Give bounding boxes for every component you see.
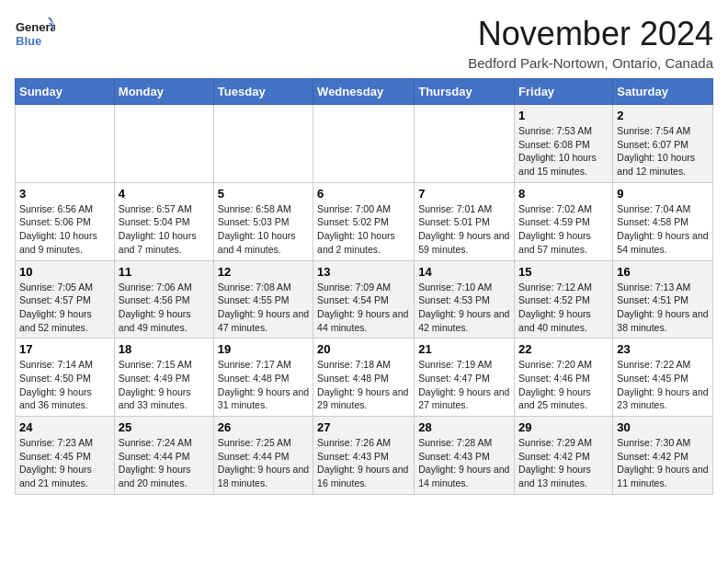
calendar-cell: [213, 105, 313, 183]
location-subtitle: Bedford Park-Nortown, Ontario, Canada: [468, 55, 713, 71]
day-number: 15: [518, 265, 609, 279]
calendar-cell: 20Sunrise: 7:18 AM Sunset: 4:48 PM Dayli…: [313, 339, 415, 417]
day-info: Sunrise: 7:28 AM Sunset: 4:43 PM Dayligh…: [418, 436, 510, 490]
day-info: Sunrise: 7:17 AM Sunset: 4:48 PM Dayligh…: [218, 358, 309, 412]
col-header-saturday: Saturday: [613, 79, 713, 105]
col-header-tuesday: Tuesday: [213, 79, 313, 105]
day-info: Sunrise: 7:54 AM Sunset: 6:07 PM Dayligh…: [617, 124, 709, 178]
day-info: Sunrise: 7:20 AM Sunset: 4:46 PM Dayligh…: [518, 358, 609, 412]
day-number: 23: [617, 342, 709, 356]
header-row: SundayMondayTuesdayWednesdayThursdayFrid…: [16, 79, 713, 105]
day-info: Sunrise: 7:25 AM Sunset: 4:44 PM Dayligh…: [218, 436, 309, 490]
day-info: Sunrise: 6:56 AM Sunset: 5:06 PM Dayligh…: [19, 202, 110, 257]
day-number: 25: [119, 420, 210, 434]
calendar-cell: 25Sunrise: 7:24 AM Sunset: 4:44 PM Dayli…: [114, 417, 213, 495]
day-number: 17: [19, 342, 110, 356]
day-number: 27: [317, 420, 410, 434]
logo: General Blue: [15, 15, 55, 55]
calendar-cell: 14Sunrise: 7:10 AM Sunset: 4:53 PM Dayli…: [415, 260, 515, 339]
week-row-5: 24Sunrise: 7:23 AM Sunset: 4:45 PM Dayli…: [16, 417, 713, 495]
day-info: Sunrise: 7:26 AM Sunset: 4:43 PM Dayligh…: [317, 436, 410, 490]
day-number: 1: [518, 109, 609, 122]
day-info: Sunrise: 7:05 AM Sunset: 4:57 PM Dayligh…: [19, 281, 110, 335]
calendar-cell: 22Sunrise: 7:20 AM Sunset: 4:46 PM Dayli…: [515, 339, 613, 417]
day-number: 19: [218, 342, 309, 356]
day-info: Sunrise: 7:12 AM Sunset: 4:52 PM Dayligh…: [518, 281, 609, 335]
week-row-3: 10Sunrise: 7:05 AM Sunset: 4:57 PM Dayli…: [16, 260, 713, 339]
day-info: Sunrise: 7:13 AM Sunset: 4:51 PM Dayligh…: [617, 281, 709, 335]
day-number: 4: [119, 187, 210, 201]
calendar-cell: 6Sunrise: 7:00 AM Sunset: 5:02 PM Daylig…: [313, 182, 415, 260]
day-number: 14: [418, 265, 510, 279]
header: General Blue November 2024 Bedford Park-…: [15, 15, 713, 71]
calendar-cell: 10Sunrise: 7:05 AM Sunset: 4:57 PM Dayli…: [16, 260, 115, 339]
col-header-wednesday: Wednesday: [313, 79, 415, 105]
calendar-cell: 17Sunrise: 7:14 AM Sunset: 4:50 PM Dayli…: [16, 339, 115, 417]
day-number: 12: [218, 265, 309, 279]
day-number: 21: [418, 342, 510, 356]
calendar-cell: 27Sunrise: 7:26 AM Sunset: 4:43 PM Dayli…: [313, 417, 415, 495]
svg-text:General: General: [16, 20, 55, 34]
calendar-cell: 26Sunrise: 7:25 AM Sunset: 4:44 PM Dayli…: [213, 417, 313, 495]
day-info: Sunrise: 7:02 AM Sunset: 4:59 PM Dayligh…: [518, 202, 609, 257]
calendar-cell: 18Sunrise: 7:15 AM Sunset: 4:49 PM Dayli…: [114, 339, 213, 417]
day-number: 18: [119, 342, 210, 356]
calendar-cell: 4Sunrise: 6:57 AM Sunset: 5:04 PM Daylig…: [114, 182, 213, 260]
day-info: Sunrise: 7:09 AM Sunset: 4:54 PM Dayligh…: [317, 281, 410, 335]
day-info: Sunrise: 7:24 AM Sunset: 4:44 PM Dayligh…: [119, 436, 210, 490]
calendar-cell: 11Sunrise: 7:06 AM Sunset: 4:56 PM Dayli…: [114, 260, 213, 339]
day-info: Sunrise: 7:04 AM Sunset: 4:58 PM Dayligh…: [617, 202, 709, 257]
day-number: 13: [317, 265, 410, 279]
day-number: 20: [317, 342, 410, 356]
day-info: Sunrise: 7:19 AM Sunset: 4:47 PM Dayligh…: [418, 358, 510, 412]
day-info: Sunrise: 7:06 AM Sunset: 4:56 PM Dayligh…: [119, 281, 210, 335]
title-area: November 2024 Bedford Park-Nortown, Onta…: [468, 15, 713, 71]
day-number: 3: [19, 187, 110, 201]
day-info: Sunrise: 7:18 AM Sunset: 4:48 PM Dayligh…: [317, 358, 410, 412]
col-header-monday: Monday: [114, 79, 213, 105]
day-info: Sunrise: 7:22 AM Sunset: 4:45 PM Dayligh…: [617, 358, 709, 412]
day-number: 10: [19, 265, 110, 279]
calendar-cell: 29Sunrise: 7:29 AM Sunset: 4:42 PM Dayli…: [515, 417, 613, 495]
day-info: Sunrise: 7:00 AM Sunset: 5:02 PM Dayligh…: [317, 202, 410, 257]
calendar-cell: 3Sunrise: 6:56 AM Sunset: 5:06 PM Daylig…: [16, 182, 115, 260]
svg-text:Blue: Blue: [16, 34, 41, 48]
week-row-2: 3Sunrise: 6:56 AM Sunset: 5:06 PM Daylig…: [16, 182, 713, 260]
day-number: 8: [518, 187, 609, 201]
day-number: 30: [617, 420, 709, 434]
day-info: Sunrise: 7:01 AM Sunset: 5:01 PM Dayligh…: [418, 202, 510, 257]
col-header-sunday: Sunday: [16, 79, 115, 105]
day-number: 26: [218, 420, 309, 434]
calendar-cell: 7Sunrise: 7:01 AM Sunset: 5:01 PM Daylig…: [415, 182, 515, 260]
day-number: 28: [418, 420, 510, 434]
day-number: 11: [119, 265, 210, 279]
calendar-cell: [415, 105, 515, 183]
day-info: Sunrise: 6:58 AM Sunset: 5:03 PM Dayligh…: [218, 202, 309, 257]
col-header-friday: Friday: [515, 79, 613, 105]
day-number: 22: [518, 342, 609, 356]
calendar-cell: [313, 105, 415, 183]
day-number: 2: [617, 109, 709, 122]
calendar-cell: 28Sunrise: 7:28 AM Sunset: 4:43 PM Dayli…: [415, 417, 515, 495]
day-info: Sunrise: 7:53 AM Sunset: 6:08 PM Dayligh…: [518, 124, 609, 178]
day-number: 29: [518, 420, 609, 434]
day-info: Sunrise: 7:23 AM Sunset: 4:45 PM Dayligh…: [19, 436, 110, 490]
calendar-cell: 5Sunrise: 6:58 AM Sunset: 5:03 PM Daylig…: [213, 182, 313, 260]
calendar-cell: 9Sunrise: 7:04 AM Sunset: 4:58 PM Daylig…: [613, 182, 713, 260]
day-info: Sunrise: 7:14 AM Sunset: 4:50 PM Dayligh…: [19, 358, 110, 412]
week-row-1: 1Sunrise: 7:53 AM Sunset: 6:08 PM Daylig…: [16, 105, 713, 183]
calendar-cell: 1Sunrise: 7:53 AM Sunset: 6:08 PM Daylig…: [515, 105, 613, 183]
day-info: Sunrise: 7:29 AM Sunset: 4:42 PM Dayligh…: [518, 436, 609, 490]
day-info: Sunrise: 7:10 AM Sunset: 4:53 PM Dayligh…: [418, 281, 510, 335]
week-row-4: 17Sunrise: 7:14 AM Sunset: 4:50 PM Dayli…: [16, 339, 713, 417]
day-info: Sunrise: 7:15 AM Sunset: 4:49 PM Dayligh…: [119, 358, 210, 412]
day-number: 9: [617, 187, 709, 201]
day-info: Sunrise: 6:57 AM Sunset: 5:04 PM Dayligh…: [119, 202, 210, 257]
day-number: 6: [317, 187, 410, 201]
day-number: 24: [19, 420, 110, 434]
calendar-cell: 19Sunrise: 7:17 AM Sunset: 4:48 PM Dayli…: [213, 339, 313, 417]
calendar-table: SundayMondayTuesdayWednesdayThursdayFrid…: [15, 78, 713, 495]
calendar-cell: [16, 105, 115, 183]
calendar-cell: 13Sunrise: 7:09 AM Sunset: 4:54 PM Dayli…: [313, 260, 415, 339]
calendar-cell: 12Sunrise: 7:08 AM Sunset: 4:55 PM Dayli…: [213, 260, 313, 339]
